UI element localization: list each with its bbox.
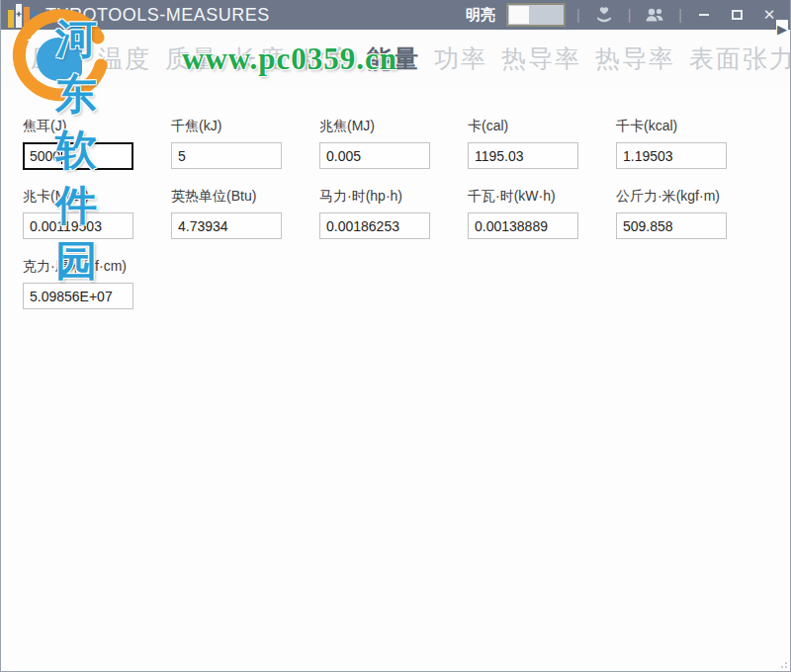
donate-button[interactable] [591,3,617,27]
tab-power[interactable]: 功率 [434,42,487,75]
theme-toggle[interactable] [506,3,566,27]
tabs-overflow-arrow[interactable]: ▶ [776,20,788,39]
text-caret [61,148,62,164]
field-label: 公斤力·米(kgf·m) [616,187,764,205]
tab-pressure[interactable]: 压力 [31,42,84,75]
kilogram-force-meter-input[interactable] [616,212,727,239]
field-label: 千焦(kJ) [171,117,319,134]
tab-length[interactable]: 长度 [232,42,286,75]
field-label: 千瓦·时(kW·h) [468,187,616,205]
minimize-button[interactable] [693,3,715,27]
field-label: 焦耳(J) [23,117,171,134]
toggle-knob [509,6,529,24]
tab-temperature[interactable]: 温度 [98,42,151,75]
horsepower-hour-input[interactable] [319,212,430,239]
field-horsepower-hour: 马力·时(hp·h) [319,183,468,253]
field-label: 兆卡(Mcal) [23,187,171,205]
kilocalorie-input[interactable] [616,142,727,169]
megajoule-input[interactable] [319,142,430,169]
field-joule: 焦耳(J) 5000 [23,113,171,183]
resize-grip[interactable] [777,658,787,668]
gram-force-centimeter-input[interactable] [23,283,133,309]
field-kilowatt-hour: 千瓦·时(kW·h) [468,183,616,253]
field-calorie: 卡(cal) [468,113,616,183]
users-button[interactable] [642,3,667,27]
megacalorie-input[interactable] [23,212,133,239]
conversion-form: 焦耳(J) 5000 千焦(kJ) 兆焦(MJ) 卡(cal) 千卡(kcal)… [23,113,774,323]
separator: | [678,7,682,23]
field-label: 卡(cal) [468,117,616,134]
tab-bar: 压力 温度 质量 长度 粘度 能量 功率 热导率 热导率 表面张力 [1,30,790,87]
tab-energy[interactable]: 能量 [367,42,420,75]
field-label: 马力·时(hp·h) [319,187,468,205]
tab-viscosity[interactable]: 粘度 [300,42,353,75]
field-btu: 英热单位(Btu) [171,183,319,253]
brightness-label: 明亮 [466,6,495,25]
tab-surface-tension[interactable]: 表面张力 [689,42,790,75]
field-label: 兆焦(MJ) [319,117,468,134]
field-gram-force-centimeter: 克力·厘米(gf·cm) [23,253,171,323]
tab-thermal-conductivity[interactable]: 热导率 [501,42,581,75]
tab-mass[interactable]: 质量 [165,42,219,75]
calorie-input[interactable] [468,142,578,169]
field-kilogram-force-meter: 公斤力·米(kgf·m) [616,183,764,253]
field-label: 英热单位(Btu) [171,187,319,205]
field-megacalorie: 兆卡(Mcal) [23,183,171,253]
separator: | [576,7,580,23]
users-icon [644,5,665,25]
close-icon: ✕ [763,6,776,24]
minimize-icon [699,14,709,16]
title-bar: TYROTOOLS-MEASURES 明亮 | | [1,0,790,30]
heart-hand-icon [594,5,614,25]
field-kilocalorie: 千卡(kcal) [616,113,764,183]
field-kilojoule: 千焦(kJ) [171,113,319,183]
field-megajoule: 兆焦(MJ) [319,113,468,183]
field-label: 千卡(kcal) [616,117,764,134]
kilowatt-hour-input[interactable] [468,212,578,239]
tab-thermal-conductivity-2[interactable]: 热导率 [595,42,675,75]
kilojoule-input[interactable] [171,142,282,169]
window-title: TYROTOOLS-MEASURES [45,5,270,26]
field-label: 克力·厘米(gf·cm) [23,257,171,275]
separator: | [628,7,632,23]
btu-input[interactable] [171,212,282,239]
maximize-icon [732,10,743,20]
app-logo-icon [6,2,38,28]
maximize-button[interactable] [726,3,747,27]
app-window: TYROTOOLS-MEASURES 明亮 | | [0,0,791,672]
joule-input[interactable]: 5000 [23,142,133,170]
